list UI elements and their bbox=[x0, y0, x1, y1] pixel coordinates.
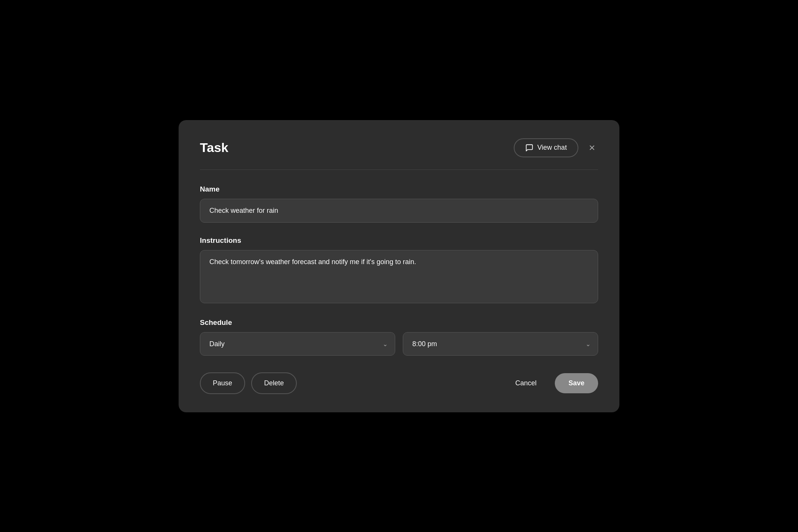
footer-right-actions: Cancel Save bbox=[503, 373, 598, 393]
schedule-label: Schedule bbox=[200, 318, 598, 327]
task-modal: Task View chat × Name Instruction bbox=[179, 120, 619, 412]
frequency-select-wrapper: Daily Weekly Monthly Once ⌄ bbox=[200, 332, 395, 356]
name-label: Name bbox=[200, 185, 598, 193]
cancel-button[interactable]: Cancel bbox=[503, 373, 549, 393]
header-divider bbox=[200, 169, 598, 170]
modal-footer: Pause Delete Cancel Save bbox=[200, 372, 598, 394]
name-field-group: Name bbox=[200, 185, 598, 223]
instructions-textarea[interactable]: Check tomorrow's weather forecast and no… bbox=[200, 250, 598, 303]
close-button[interactable]: × bbox=[586, 141, 598, 155]
modal-title: Task bbox=[200, 140, 228, 155]
instructions-label: Instructions bbox=[200, 236, 598, 245]
name-input[interactable] bbox=[200, 199, 598, 223]
view-chat-label: View chat bbox=[537, 144, 567, 152]
delete-button[interactable]: Delete bbox=[251, 372, 297, 394]
time-select[interactable]: 6:00 am 7:00 am 8:00 am 9:00 am 6:00 pm … bbox=[403, 332, 598, 356]
modal-overlay: Task View chat × Name Instruction bbox=[0, 0, 798, 532]
time-select-wrapper: 6:00 am 7:00 am 8:00 am 9:00 am 6:00 pm … bbox=[403, 332, 598, 356]
pause-button[interactable]: Pause bbox=[200, 372, 245, 394]
view-chat-button[interactable]: View chat bbox=[514, 138, 578, 157]
modal-header: Task View chat × bbox=[200, 138, 598, 157]
footer-left-actions: Pause Delete bbox=[200, 372, 297, 394]
schedule-row: Daily Weekly Monthly Once ⌄ 6:00 am 7:00… bbox=[200, 332, 598, 356]
chat-icon bbox=[525, 144, 534, 152]
instructions-field-group: Instructions Check tomorrow's weather fo… bbox=[200, 236, 598, 305]
header-actions: View chat × bbox=[514, 138, 598, 157]
schedule-field-group: Schedule Daily Weekly Monthly Once ⌄ 6:0… bbox=[200, 318, 598, 356]
save-button[interactable]: Save bbox=[555, 373, 598, 393]
frequency-select[interactable]: Daily Weekly Monthly Once bbox=[200, 332, 395, 356]
close-icon: × bbox=[589, 142, 595, 154]
